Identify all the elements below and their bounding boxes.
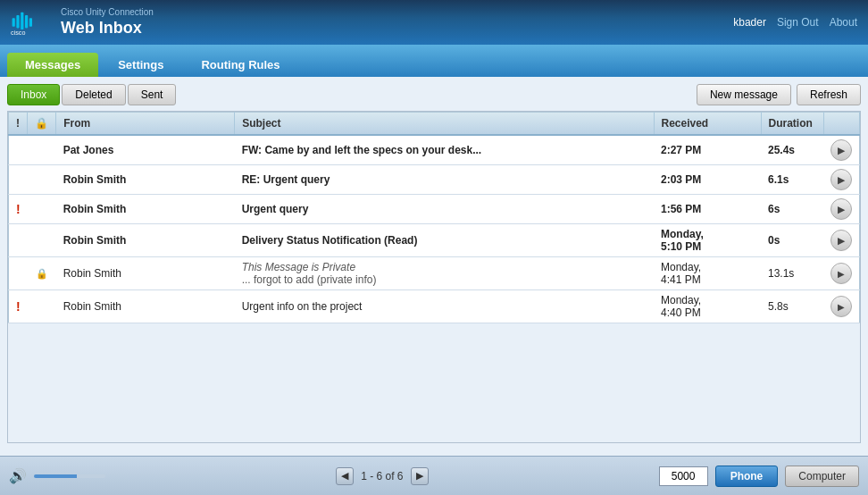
- messages-toolbar: Inbox Deleted Sent New message Refresh: [7, 84, 861, 105]
- nav-tab-messages[interactable]: Messages: [7, 53, 98, 77]
- play-button[interactable]: ▶: [830, 198, 852, 220]
- navigation-bar: Messages Settings Routing Rules: [0, 45, 868, 77]
- svg-text:cisco: cisco: [11, 29, 25, 37]
- computer-button[interactable]: Computer: [785, 466, 859, 487]
- subject-cell: Urgent query: [235, 195, 654, 224]
- prev-page-button[interactable]: ◀: [336, 467, 354, 485]
- private-detail: ... forgot to add (private info): [242, 273, 377, 286]
- received-cell: Monday,5:10 PM: [654, 224, 761, 257]
- from-cell: Robin Smith: [56, 290, 235, 323]
- deleted-tab[interactable]: Deleted: [62, 84, 125, 105]
- signout-link[interactable]: Sign Out: [777, 16, 819, 29]
- sent-tab[interactable]: Sent: [128, 84, 177, 105]
- flag-cell: !: [9, 290, 28, 323]
- from-cell: Pat Jones: [56, 135, 235, 165]
- col-header-flag: !: [9, 113, 28, 136]
- message-table: ! 🔒 From Subject Received Duration Pat J…: [8, 112, 860, 323]
- play-button[interactable]: ▶: [830, 296, 852, 317]
- volume-slider[interactable]: [34, 474, 105, 478]
- logo-area: cisco Cisco Unity Connection Web Inbox: [11, 6, 154, 38]
- table-row[interactable]: 🔒Robin SmithThis Message is Private... f…: [9, 257, 860, 290]
- subject-cell: This Message is Private... forgot to add…: [235, 257, 654, 290]
- refresh-button[interactable]: Refresh: [797, 84, 861, 105]
- app-title: Cisco Unity Connection Web Inbox: [61, 6, 154, 38]
- username-label: kbader: [733, 16, 766, 29]
- duration-cell: 0s: [761, 224, 823, 257]
- play-button[interactable]: ▶: [830, 139, 852, 161]
- nav-tab-routing-rules[interactable]: Routing Rules: [183, 53, 297, 77]
- col-header-from[interactable]: From: [56, 113, 235, 136]
- flag-cell: [9, 257, 28, 290]
- col-header-duration[interactable]: Duration: [761, 113, 823, 136]
- cisco-logo-icon: cisco: [11, 8, 54, 37]
- play-cell: ▶: [823, 165, 860, 195]
- play-button[interactable]: ▶: [830, 230, 852, 251]
- subject-cell: Delivery Status Notification (Read): [235, 224, 654, 257]
- next-page-button[interactable]: ▶: [411, 467, 429, 485]
- svg-rect-0: [13, 18, 15, 27]
- main-content: Inbox Deleted Sent New message Refresh !…: [0, 77, 868, 456]
- received-cell: 1:56 PM: [654, 195, 761, 224]
- lock-cell: [28, 195, 56, 224]
- phone-number-input[interactable]: [659, 466, 708, 486]
- table-row[interactable]: Pat JonesFW: Came by and left the specs …: [9, 135, 860, 165]
- nav-tab-settings[interactable]: Settings: [100, 53, 181, 77]
- received-cell: Monday,4:41 PM: [654, 257, 761, 290]
- header-user-area: kbader Sign Out About: [733, 16, 857, 29]
- play-cell: ▶: [823, 290, 860, 323]
- page-info-label: 1 - 6 of 6: [361, 470, 403, 482]
- flag-icon: !: [16, 202, 21, 216]
- table-row[interactable]: Robin SmithRE: Urgent query2:03 PM6.1s▶: [9, 165, 860, 195]
- pagination-controls: ◀ 1 - 6 of 6 ▶: [336, 467, 428, 485]
- svg-rect-2: [21, 13, 23, 29]
- lock-cell: 🔒: [28, 257, 56, 290]
- col-header-lock: 🔒: [28, 113, 56, 136]
- received-cell: 2:27 PM: [654, 135, 761, 165]
- received-cell: Monday,4:40 PM: [654, 290, 761, 323]
- received-cell: 2:03 PM: [654, 165, 761, 195]
- lock-cell: [28, 135, 56, 165]
- table-header: ! 🔒 From Subject Received Duration: [9, 113, 860, 136]
- col-header-play: [823, 113, 860, 136]
- duration-cell: 6s: [761, 195, 823, 224]
- duration-cell: 25.4s: [761, 135, 823, 165]
- subject-cell: FW: Came by and left the specs on your d…: [235, 135, 654, 165]
- flag-icon: !: [16, 299, 21, 314]
- play-cell: ▶: [823, 224, 860, 257]
- svg-rect-3: [25, 15, 28, 28]
- table-row[interactable]: Robin SmithDelivery Status Notification …: [9, 224, 860, 257]
- app-subtitle: Cisco Unity Connection: [61, 6, 154, 18]
- from-cell: Robin Smith: [56, 224, 235, 257]
- message-rows: Pat JonesFW: Came by and left the specs …: [9, 135, 860, 323]
- table-row[interactable]: !Robin SmithUrgent info on the projectMo…: [9, 290, 860, 323]
- inbox-tab[interactable]: Inbox: [7, 84, 60, 105]
- subject-cell: Urgent info on the project: [235, 290, 654, 323]
- message-list-wrapper[interactable]: ! 🔒 From Subject Received Duration Pat J…: [7, 111, 861, 443]
- table-row[interactable]: !Robin SmithUrgent query1:56 PM6s▶: [9, 195, 860, 224]
- col-header-subject[interactable]: Subject: [235, 113, 654, 136]
- from-cell: Robin Smith: [56, 165, 235, 195]
- toolbar-actions: New message Refresh: [697, 84, 861, 105]
- private-subject: This Message is Private: [242, 261, 355, 273]
- play-button[interactable]: ▶: [830, 169, 852, 190]
- phone-button[interactable]: Phone: [715, 466, 779, 487]
- lock-cell: [28, 290, 56, 323]
- volume-icon: 🔊: [9, 467, 27, 484]
- lock-cell: [28, 224, 56, 257]
- new-message-button[interactable]: New message: [697, 84, 791, 105]
- from-cell: Robin Smith: [56, 195, 235, 224]
- flag-cell: [9, 224, 28, 257]
- col-header-received[interactable]: Received: [654, 113, 761, 136]
- app-name: Web Inbox: [61, 18, 154, 38]
- lock-icon: 🔒: [36, 268, 48, 279]
- duration-cell: 13.1s: [761, 257, 823, 290]
- subject-cell: RE: Urgent query: [235, 165, 654, 195]
- svg-rect-4: [29, 18, 32, 27]
- play-cell: ▶: [823, 195, 860, 224]
- flag-cell: !: [9, 195, 28, 224]
- app-header: cisco Cisco Unity Connection Web Inbox k…: [0, 0, 868, 45]
- duration-cell: 6.1s: [761, 165, 823, 195]
- lock-cell: [28, 165, 56, 195]
- about-link[interactable]: About: [830, 16, 857, 29]
- play-button[interactable]: ▶: [830, 263, 852, 284]
